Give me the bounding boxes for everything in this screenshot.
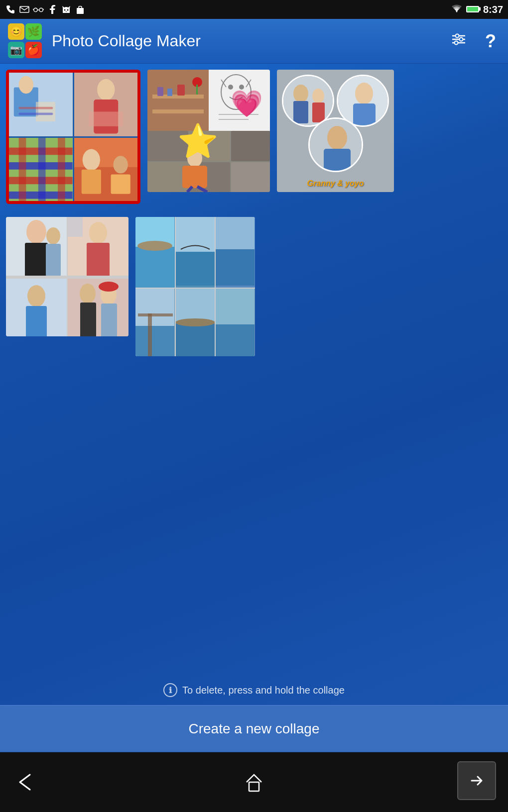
svg-rect-5 (77, 8, 84, 14)
sea-photo (216, 289, 255, 356)
svg-rect-99 (138, 313, 173, 316)
svg-rect-22 (89, 111, 123, 126)
svg-rect-28 (19, 138, 26, 202)
svg-rect-35 (81, 169, 101, 194)
svg-point-72 (26, 220, 46, 244)
svg-rect-16 (36, 102, 55, 121)
svg-point-2 (39, 8, 43, 11)
info-icon: ℹ (163, 683, 177, 697)
svg-rect-67 (353, 103, 376, 127)
svg-rect-70 (324, 149, 351, 172)
svg-rect-42 (177, 85, 185, 96)
svg-rect-79 (68, 217, 83, 237)
collage-item-3[interactable]: Granny & yoyo (277, 70, 394, 192)
svg-point-69 (327, 126, 347, 150)
back-button[interactable] (10, 765, 45, 800)
svg-rect-95 (216, 249, 254, 286)
collage-photo (147, 131, 270, 192)
app-icon-apple: 🍎 (25, 42, 42, 58)
collage-item-4[interactable] (6, 217, 128, 336)
svg-point-20 (97, 79, 115, 101)
collage-photo (74, 138, 138, 202)
sea-photo (135, 289, 175, 356)
svg-point-11 (460, 38, 463, 41)
svg-point-58 (187, 149, 202, 167)
svg-rect-40 (157, 87, 163, 96)
svg-rect-36 (111, 174, 130, 194)
status-right: 8:37 (451, 4, 503, 15)
app-icon-leaf: 🌿 (25, 23, 42, 40)
collage-photo (6, 217, 67, 278)
svg-rect-59 (182, 166, 207, 188)
empty-content-area (6, 369, 502, 712)
collage-photo (74, 73, 138, 136)
settings-button[interactable] (446, 27, 471, 55)
svg-rect-93 (176, 252, 215, 286)
svg-rect-39 (152, 109, 204, 113)
svg-point-102 (176, 318, 215, 326)
app-bar: 😊 🌿 📷 🍎 Photo Collage Maker ? (0, 19, 508, 64)
sea-photo (216, 217, 255, 288)
home-button[interactable] (237, 765, 271, 800)
svg-point-66 (355, 83, 373, 104)
svg-point-4 (67, 9, 69, 11)
svg-rect-64 (312, 102, 325, 122)
svg-point-33 (82, 149, 100, 170)
hint-area: ℹ To delete, press and hold the collage (0, 675, 508, 705)
svg-point-1 (34, 8, 37, 11)
navigation-bar (0, 752, 508, 812)
sea-row-bottom (135, 289, 255, 356)
svg-point-84 (80, 284, 96, 304)
svg-point-3 (64, 9, 66, 11)
arrow-forward-button[interactable] (457, 761, 496, 800)
collage-photo (209, 70, 270, 131)
svg-rect-104 (216, 324, 254, 356)
sea-photo (135, 217, 175, 288)
svg-rect-44 (196, 85, 198, 95)
svg-rect-78 (87, 243, 110, 276)
app-bar-actions: ? (446, 27, 500, 56)
app-title: Photo Collage Maker (52, 32, 438, 50)
collage-photo (9, 73, 73, 136)
svg-rect-73 (25, 243, 48, 276)
svg-rect-52 (147, 131, 188, 161)
svg-rect-29 (38, 138, 46, 202)
svg-point-74 (46, 227, 60, 244)
help-button[interactable]: ? (481, 27, 500, 56)
svg-rect-98 (148, 313, 152, 356)
svg-rect-57 (231, 162, 270, 192)
svg-rect-45 (209, 70, 270, 131)
mail-icon (19, 4, 30, 15)
bag-icon (75, 4, 86, 15)
svg-point-81 (27, 285, 45, 307)
svg-point-34 (113, 156, 127, 173)
svg-point-87 (99, 282, 119, 292)
collage-item-2[interactable]: 💗 ⭐ (147, 70, 270, 192)
svg-rect-82 (26, 306, 47, 336)
svg-rect-105 (249, 782, 259, 791)
hint-text: To delete, press and hold the collage (182, 685, 345, 696)
svg-point-77 (89, 222, 107, 244)
collage-photo (6, 279, 67, 336)
granny-label: Granny & yoyo (307, 179, 364, 188)
facebook-icon (47, 4, 58, 15)
bottom-section: ℹ To delete, press and hold the collage … (0, 675, 508, 752)
svg-rect-0 (20, 6, 29, 12)
collage-photo (68, 217, 128, 278)
collage-item-1[interactable] (6, 70, 140, 204)
create-collage-button[interactable]: Create a new collage (0, 705, 508, 752)
svg-rect-41 (167, 89, 172, 96)
main-content: 💗 ⭐ (0, 64, 508, 712)
collage-row-2 (6, 217, 502, 356)
svg-rect-55 (147, 162, 188, 192)
svg-point-48 (239, 85, 244, 90)
collage-item-5[interactable] (135, 217, 255, 356)
time-display: 8:37 (483, 4, 503, 15)
svg-rect-85 (80, 303, 96, 336)
create-button-label: Create a new collage (188, 721, 319, 737)
svg-rect-101 (176, 323, 215, 356)
svg-rect-17 (19, 107, 53, 109)
cat-icon (61, 4, 72, 15)
svg-rect-75 (46, 244, 61, 276)
sea-photo (176, 289, 215, 356)
